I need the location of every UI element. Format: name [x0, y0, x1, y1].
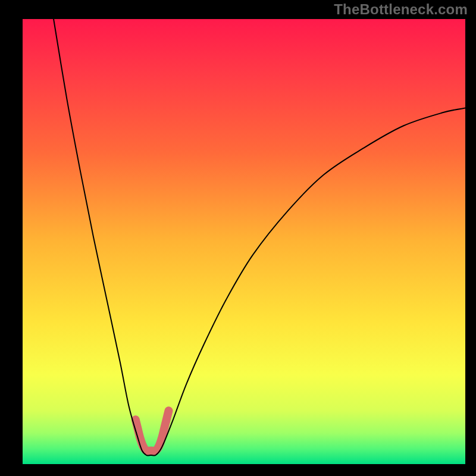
- plot-area: [23, 19, 465, 464]
- bottleneck-curve: [54, 19, 465, 456]
- attribution-text: TheBottleneck.com: [334, 1, 468, 18]
- curve-layer: [23, 19, 465, 464]
- chart-stage: TheBottleneck.com: [0, 0, 476, 476]
